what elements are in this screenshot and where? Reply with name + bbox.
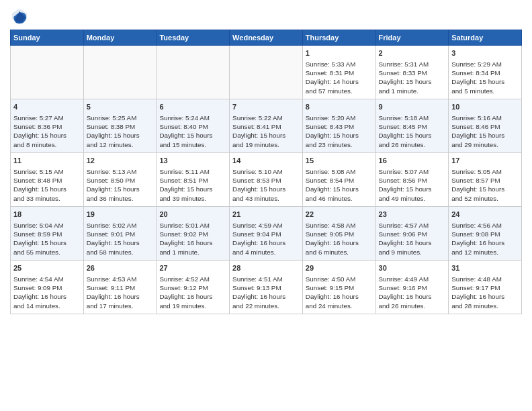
day-info: Sunrise: 4:54 AM Sunset: 9:09 PM Dayligh… [13,275,81,310]
day-cell: 14Sunrise: 5:10 AM Sunset: 8:53 PM Dayli… [230,153,303,207]
day-cell: 25Sunrise: 4:54 AM Sunset: 9:09 PM Dayli… [11,261,84,314]
day-number: 10 [451,102,519,112]
day-info: Sunrise: 5:31 AM Sunset: 8:33 PM Dayligh… [379,60,446,95]
day-info: Sunrise: 4:53 AM Sunset: 9:11 PM Dayligh… [87,275,154,310]
day-info: Sunrise: 5:01 AM Sunset: 9:02 PM Dayligh… [159,221,226,257]
day-number: 13 [159,156,226,166]
day-info: Sunrise: 5:25 AM Sunset: 8:38 PM Dayligh… [87,113,154,149]
col-header-wednesday: Wednesday [230,30,303,46]
day-cell [11,46,84,99]
day-info: Sunrise: 4:59 AM Sunset: 9:04 PM Dayligh… [232,221,300,257]
header-row: SundayMondayTuesdayWednesdayThursdayFrid… [11,30,522,46]
day-number: 22 [306,210,373,220]
day-number: 15 [306,156,373,166]
col-header-sunday: Sunday [11,30,84,46]
day-cell: 20Sunrise: 5:01 AM Sunset: 9:02 PM Dayli… [157,207,230,261]
day-info: Sunrise: 5:07 AM Sunset: 8:56 PM Dayligh… [379,167,446,203]
day-cell: 29Sunrise: 4:50 AM Sunset: 9:15 PM Dayli… [302,261,375,314]
day-info: Sunrise: 4:56 AM Sunset: 9:08 PM Dayligh… [451,221,519,257]
day-info: Sunrise: 5:24 AM Sunset: 8:40 PM Dayligh… [159,113,226,149]
day-cell [83,46,157,99]
day-number: 23 [379,210,446,220]
col-header-thursday: Thursday [302,30,375,46]
day-info: Sunrise: 5:20 AM Sunset: 8:43 PM Dayligh… [306,113,373,149]
day-info: Sunrise: 4:51 AM Sunset: 9:13 PM Dayligh… [232,275,300,310]
col-header-saturday: Saturday [449,30,522,46]
day-cell: 12Sunrise: 5:13 AM Sunset: 8:50 PM Dayli… [83,153,157,207]
day-info: Sunrise: 5:22 AM Sunset: 8:41 PM Dayligh… [232,113,300,149]
day-cell: 22Sunrise: 4:58 AM Sunset: 9:05 PM Dayli… [302,207,375,261]
day-number: 8 [306,102,373,112]
day-cell: 10Sunrise: 5:16 AM Sunset: 8:46 PM Dayli… [449,99,522,153]
day-info: Sunrise: 4:48 AM Sunset: 9:17 PM Dayligh… [451,275,519,310]
day-cell: 31Sunrise: 4:48 AM Sunset: 9:17 PM Dayli… [449,261,522,314]
day-cell: 6Sunrise: 5:24 AM Sunset: 8:40 PM Daylig… [157,99,230,153]
day-info: Sunrise: 5:27 AM Sunset: 8:36 PM Dayligh… [13,113,81,149]
day-info: Sunrise: 5:18 AM Sunset: 8:45 PM Dayligh… [379,113,446,149]
day-cell: 1Sunrise: 5:33 AM Sunset: 8:31 PM Daylig… [302,46,375,99]
day-number: 14 [232,156,300,166]
day-number: 24 [451,210,519,220]
day-info: Sunrise: 4:49 AM Sunset: 9:16 PM Dayligh… [379,275,446,310]
day-number: 12 [87,156,154,166]
day-cell: 19Sunrise: 5:02 AM Sunset: 9:01 PM Dayli… [83,207,157,261]
day-cell: 18Sunrise: 5:04 AM Sunset: 8:59 PM Dayli… [11,207,84,261]
col-header-tuesday: Tuesday [157,30,230,46]
day-cell: 17Sunrise: 5:05 AM Sunset: 8:57 PM Dayli… [449,153,522,207]
day-cell: 11Sunrise: 5:15 AM Sunset: 8:48 PM Dayli… [11,153,84,207]
day-info: Sunrise: 5:05 AM Sunset: 8:57 PM Dayligh… [451,167,519,203]
day-number: 5 [87,102,154,112]
day-cell [157,46,230,99]
day-number: 6 [159,102,226,112]
day-number: 2 [379,48,446,58]
day-cell: 5Sunrise: 5:25 AM Sunset: 8:38 PM Daylig… [83,99,157,153]
week-row-1: 4Sunrise: 5:27 AM Sunset: 8:36 PM Daylig… [11,99,522,153]
day-number: 31 [451,263,519,273]
day-number: 17 [451,156,519,166]
day-number: 25 [13,263,81,273]
day-number: 29 [306,263,373,273]
day-cell: 23Sunrise: 4:57 AM Sunset: 9:06 PM Dayli… [375,207,449,261]
header [10,7,522,26]
day-number: 26 [87,263,154,273]
day-number: 27 [159,263,226,273]
day-info: Sunrise: 4:50 AM Sunset: 9:15 PM Dayligh… [306,275,373,310]
day-number: 4 [13,102,81,112]
day-cell: 13Sunrise: 5:11 AM Sunset: 8:51 PM Dayli… [157,153,230,207]
page: SundayMondayTuesdayWednesdayThursdayFrid… [0,0,532,411]
day-info: Sunrise: 5:13 AM Sunset: 8:50 PM Dayligh… [87,167,154,203]
day-number: 7 [232,102,300,112]
day-cell: 8Sunrise: 5:20 AM Sunset: 8:43 PM Daylig… [302,99,375,153]
day-cell: 26Sunrise: 4:53 AM Sunset: 9:11 PM Dayli… [83,261,157,314]
day-info: Sunrise: 5:11 AM Sunset: 8:51 PM Dayligh… [159,167,226,203]
day-info: Sunrise: 4:52 AM Sunset: 9:12 PM Dayligh… [159,275,226,310]
day-cell: 28Sunrise: 4:51 AM Sunset: 9:13 PM Dayli… [230,261,303,314]
day-cell: 15Sunrise: 5:08 AM Sunset: 8:54 PM Dayli… [302,153,375,207]
week-row-3: 18Sunrise: 5:04 AM Sunset: 8:59 PM Dayli… [11,207,522,261]
day-number: 19 [87,210,154,220]
day-cell: 2Sunrise: 5:31 AM Sunset: 8:33 PM Daylig… [375,46,449,99]
col-header-friday: Friday [375,30,449,46]
col-header-monday: Monday [83,30,157,46]
day-cell: 7Sunrise: 5:22 AM Sunset: 8:41 PM Daylig… [230,99,303,153]
day-number: 3 [451,48,519,58]
day-info: Sunrise: 4:58 AM Sunset: 9:05 PM Dayligh… [306,221,373,257]
day-info: Sunrise: 5:08 AM Sunset: 8:54 PM Dayligh… [306,167,373,203]
day-cell: 16Sunrise: 5:07 AM Sunset: 8:56 PM Dayli… [375,153,449,207]
day-info: Sunrise: 5:10 AM Sunset: 8:53 PM Dayligh… [232,167,300,203]
day-number: 28 [232,263,300,273]
week-row-4: 25Sunrise: 4:54 AM Sunset: 9:09 PM Dayli… [11,261,522,314]
day-info: Sunrise: 5:16 AM Sunset: 8:46 PM Dayligh… [451,113,519,149]
day-cell: 30Sunrise: 4:49 AM Sunset: 9:16 PM Dayli… [375,261,449,314]
day-cell: 4Sunrise: 5:27 AM Sunset: 8:36 PM Daylig… [11,99,84,153]
day-info: Sunrise: 4:57 AM Sunset: 9:06 PM Dayligh… [379,221,446,257]
day-number: 1 [306,48,373,58]
day-cell: 9Sunrise: 5:18 AM Sunset: 8:45 PM Daylig… [375,99,449,153]
day-number: 11 [13,156,81,166]
day-info: Sunrise: 5:29 AM Sunset: 8:34 PM Dayligh… [451,60,519,95]
week-row-2: 11Sunrise: 5:15 AM Sunset: 8:48 PM Dayli… [11,153,522,207]
logo [10,7,32,26]
day-info: Sunrise: 5:04 AM Sunset: 8:59 PM Dayligh… [13,221,81,257]
day-cell: 27Sunrise: 4:52 AM Sunset: 9:12 PM Dayli… [157,261,230,314]
calendar-table: SundayMondayTuesdayWednesdayThursdayFrid… [10,30,522,314]
